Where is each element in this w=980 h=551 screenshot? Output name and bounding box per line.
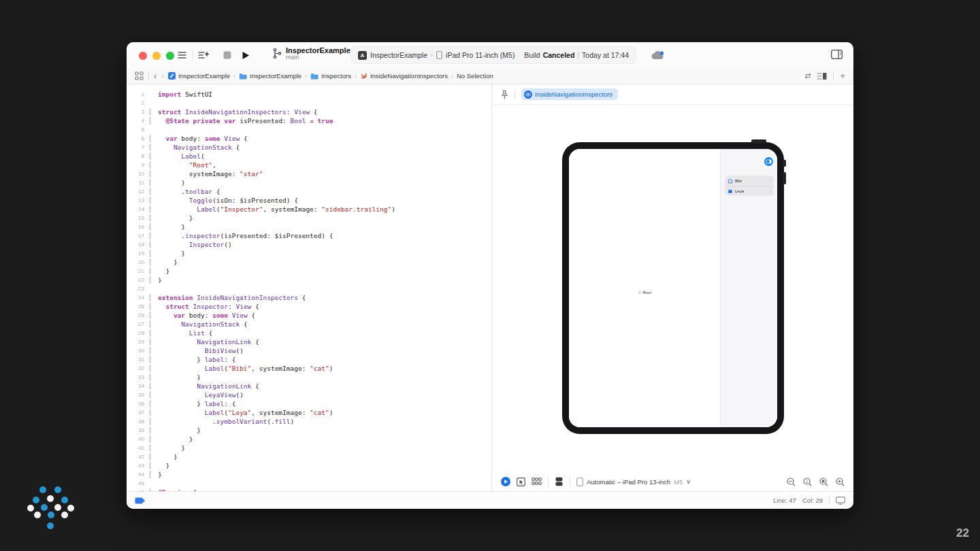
code-line[interactable]: 8 Label( <box>127 152 491 161</box>
breakpoints-toggle-icon[interactable] <box>135 497 146 504</box>
code-line[interactable]: 19 } <box>127 249 491 258</box>
related-items-icon[interactable] <box>135 71 144 80</box>
code-line[interactable]: 13 Toggle(isOn: $isPresented) { <box>127 196 491 205</box>
run-button[interactable] <box>242 51 250 60</box>
source-editor[interactable]: 1import SwiftUI23struct InsideNavigation… <box>127 84 491 491</box>
code-line[interactable]: 2 <box>127 99 491 107</box>
back-button[interactable]: ‹ <box>154 72 157 80</box>
code-line[interactable]: 33 } <box>127 373 491 382</box>
line-number: 6 <box>127 134 144 143</box>
line-number: 26 <box>127 311 144 320</box>
live-preview-mode-button[interactable] <box>501 477 510 486</box>
preview-device-label: Automatic – iPad Pro 13-inch <box>587 478 670 486</box>
code-line[interactable]: 32 Label("Bibi", systemImage: "cat") <box>127 364 491 373</box>
code-line[interactable]: 7 NavigationStack { <box>127 143 491 152</box>
code-line[interactable]: 43 } <box>127 461 491 470</box>
code-line[interactable]: 20 } <box>127 258 491 267</box>
zoom-window-button[interactable] <box>166 52 174 60</box>
breadcrumb-separator: › <box>355 73 357 80</box>
pin-preview-icon[interactable] <box>501 90 508 99</box>
code-line[interactable]: 35 LeyaView() <box>127 390 491 399</box>
inspector-sidebar-toggle-icon[interactable] <box>831 50 843 59</box>
swift-icon <box>360 72 368 80</box>
line-number: 35 <box>127 390 144 399</box>
minimize-window-button[interactable] <box>152 52 161 60</box>
code-line[interactable]: 36 } label: { <box>127 399 491 408</box>
code-line[interactable]: 41 } <box>127 444 491 452</box>
line-number: 1 <box>127 90 144 99</box>
code-line[interactable]: 10 systemImage: "star" <box>127 169 491 178</box>
code-line[interactable]: 26 var body: some View { <box>127 311 491 320</box>
selectable-mode-button[interactable] <box>517 478 525 486</box>
editor-actions-icon[interactable] <box>198 50 210 60</box>
code-line[interactable]: 11 ) <box>127 178 491 187</box>
code-line[interactable]: 23 <box>127 284 491 293</box>
code-line[interactable]: 29 NavigationLink { <box>127 337 491 346</box>
code-line[interactable]: 28 List { <box>127 329 491 337</box>
zoom-fit-icon[interactable] <box>819 478 828 486</box>
code-line[interactable]: 1import SwiftUI <box>127 90 491 99</box>
code-review-icon[interactable]: ⇄ <box>804 71 811 80</box>
code-line[interactable]: 39 } <box>127 426 491 435</box>
library-list-icon[interactable] <box>177 50 188 60</box>
zoom-100-icon[interactable]: 1 <box>803 478 812 486</box>
variants-mode-button[interactable] <box>532 478 542 486</box>
code-line[interactable]: 24extension InsideNavigationInspectors { <box>127 293 491 302</box>
code-line[interactable]: 25 struct Inspector: View { <box>127 302 491 311</box>
forward-button[interactable]: › <box>161 72 164 80</box>
code-text: } <box>158 214 193 222</box>
code-line[interactable]: 12 .toolbar { <box>127 187 491 196</box>
code-line[interactable]: 45 <box>127 479 491 488</box>
breadcrumb-item[interactable]: No Selection <box>457 72 493 80</box>
chevron-right-icon: › <box>431 52 433 59</box>
code-line[interactable]: 22} <box>127 276 491 284</box>
code-line[interactable]: 9 "Root", <box>127 161 491 169</box>
scheme-selector[interactable]: InspectorExample main <box>272 46 350 61</box>
device-settings-button[interactable] <box>555 477 564 486</box>
code-line[interactable]: 34 NavigationLink { <box>127 382 491 390</box>
cloud-sync-icon[interactable] <box>651 50 665 60</box>
code-line[interactable]: 37 Label("Leya", systemImage: "cat") <box>127 408 491 417</box>
code-line[interactable]: 6 var body: some View { <box>127 134 491 143</box>
inspector-list-row[interactable]: Bibi› <box>725 176 774 186</box>
preview-device-selector[interactable]: Automatic – iPad Pro 13-inch M5 ∨ <box>576 478 691 486</box>
code-line[interactable]: 4 @State private var isPresented: Bool =… <box>127 116 491 125</box>
code-line[interactable]: 17 .inspector(isPresented: $isPresented)… <box>127 231 491 240</box>
code-line[interactable]: 40 } <box>127 435 491 444</box>
code-line[interactable]: 27 NavigationStack { <box>127 320 491 329</box>
display-icon[interactable] <box>836 497 845 505</box>
code-line[interactable]: 5 <box>127 125 491 134</box>
add-editor-icon[interactable]: + <box>840 71 845 81</box>
inspector-list-row[interactable]: Leya› <box>725 186 774 196</box>
preview-tab[interactable]: InsideNavigationInspectors <box>521 88 618 100</box>
close-window-button[interactable] <box>139 52 147 60</box>
breadcrumb-item[interactable]: InspectorExample <box>168 72 230 80</box>
line-number: 3 <box>127 107 144 116</box>
editor-layout-icon[interactable] <box>817 72 827 80</box>
code-line[interactable]: 14 Label("Inspector", systemImage: "side… <box>127 205 491 214</box>
zoom-in-icon[interactable] <box>836 478 845 486</box>
code-text: Label("Inspector", systemImage: "sidebar… <box>158 205 395 214</box>
change-bar <box>149 347 151 354</box>
code-line[interactable]: 15 } <box>127 214 491 222</box>
code-line[interactable]: 31 } label: { <box>127 355 491 364</box>
breadcrumb-item[interactable]: InsideNavigationInspectors <box>360 72 448 80</box>
slide-page-number: 22 <box>956 527 969 540</box>
build-separator: | <box>577 51 579 59</box>
zoom-out-icon[interactable] <box>787 478 796 486</box>
code-line[interactable]: 16 } <box>127 222 491 231</box>
code-line[interactable]: 30 BibiView() <box>127 346 491 355</box>
code-line[interactable]: 38 .symbolVariant(.fill) <box>127 417 491 426</box>
code-text: } <box>158 444 185 452</box>
code-line[interactable]: 21 } <box>127 267 491 276</box>
breadcrumb-item[interactable]: Inspectors <box>310 72 351 80</box>
inspector-toggle-button[interactable] <box>764 157 773 166</box>
code-line[interactable]: 3struct InsideNavigationInspectors: View… <box>127 107 491 116</box>
breadcrumb-item[interactable]: InspectorExample <box>239 72 301 80</box>
code-line[interactable]: 44} <box>127 470 491 479</box>
code-line[interactable]: 18 Inspector() <box>127 240 491 249</box>
code-text: } <box>158 435 193 444</box>
code-line[interactable]: 42 } <box>127 452 491 461</box>
activity-view[interactable]: A InspectorExample › iPad Pro 11-inch (M… <box>350 46 636 64</box>
stop-button[interactable] <box>223 51 231 59</box>
